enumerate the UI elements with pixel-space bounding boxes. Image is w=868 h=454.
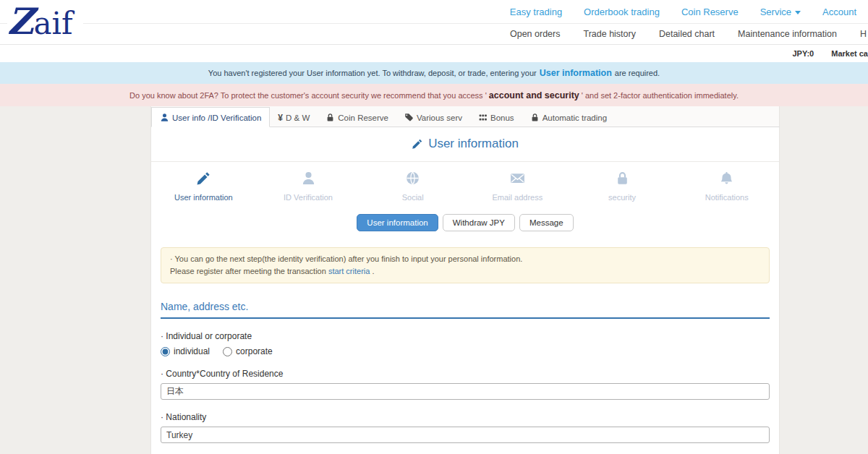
next-step-notice: · You can go the next step(the identity … [161,247,770,283]
jpy-balance: JPY:0 [792,49,814,58]
message-pill[interactable]: Message [519,214,574,231]
tab-automatic-trading[interactable]: Automatic trading [522,108,616,127]
tab-bonus[interactable]: Bonus [470,108,522,127]
nav-service[interactable]: Service [760,7,801,17]
country-label: · Country*Country of Residence [161,369,770,379]
withdraw-jpy-pill[interactable]: Withdraw JPY [443,214,515,231]
zaif-logo[interactable]: Zaif [7,1,83,44]
tab-coin-reserve[interactable]: Coin Reserve [318,108,396,127]
lock-icon [530,113,540,122]
section-title: Name, address etc. [161,301,770,319]
tab-various-services[interactable]: Various serv [396,108,470,127]
info-notice-bar: You haven't registered your User informa… [0,62,868,84]
step-id-verification[interactable]: ID Verification [256,171,361,202]
header: Zaif Easy trading Orderbook trading Coin… [0,0,868,62]
nav-coin-reserve[interactable]: Coin Reserve [681,7,739,17]
nav-help[interactable]: H [860,29,867,39]
warn-notice-text: Do you know about 2FA? To protect the cu… [129,91,487,100]
content-panel: User information User information ID Ver… [150,127,780,454]
step-user-information[interactable]: User information [151,171,256,202]
entity-type-radio-group: individual corporate [161,346,770,356]
market-cap-label: Market ca [831,49,868,58]
country-input[interactable] [161,383,770,400]
yen-icon: ¥ [278,113,283,122]
nav-detailed-chart[interactable]: Detailed chart [659,29,715,39]
nav-orderbook-trading[interactable]: Orderbook trading [584,7,660,17]
sub-nav-pills: User information Withdraw JPY Message [151,214,779,231]
account-security-link[interactable]: account and security [489,90,579,100]
pencil-icon [196,171,211,186]
logo-letter: Z [7,0,34,43]
caret-down-icon [795,11,801,14]
start-criteria-link[interactable]: start criteria [328,267,370,275]
individual-radio-option[interactable]: individual [161,346,210,356]
warn-notice-text-after: ' and set 2-factor authentication immedi… [582,91,739,100]
nationality-input[interactable] [161,427,770,443]
tab-user-info-id-verification[interactable]: User info /ID Verification [151,107,270,127]
notice-line1: · You can go the next step(the identity … [170,253,760,265]
step-social[interactable]: Social [360,171,465,202]
info-notice-text: You haven't registered your User informa… [208,69,537,77]
ticker-bar: JPY:0 Market ca [0,45,868,62]
nav-account[interactable]: Account [822,7,856,17]
info-notice-text-after: are required. [615,69,660,77]
logo-rest: aif [34,6,73,41]
progress-steps: User information ID Verification Social … [151,162,779,205]
nav-maintenance-information[interactable]: Maintenance information [738,29,837,39]
step-security[interactable]: security [570,171,675,202]
envelope-icon [510,171,525,186]
user-information-link[interactable]: User information [540,68,612,78]
corporate-radio[interactable] [223,347,232,356]
warning-notice-bar: Do you know about 2FA? To protect the cu… [0,84,868,106]
individual-or-corporate-label: · Individual or corporate [161,331,770,341]
tab-deposit-withdraw[interactable]: ¥ D & W [270,109,318,127]
bell-icon [719,171,734,186]
individual-radio[interactable] [161,347,170,356]
nav-open-orders[interactable]: Open orders [510,29,560,39]
primary-nav: Easy trading Orderbook trading Coin Rese… [0,0,868,24]
tags-icon [404,113,414,122]
main-area: User info /ID Verification ¥ D & W Coin … [0,106,868,454]
globe-icon [405,171,420,186]
user-icon [301,171,316,186]
pencil-icon [412,138,423,150]
nav-easy-trading[interactable]: Easy trading [510,7,562,17]
secondary-nav: Open orders Trade history Detailed chart… [0,24,868,45]
corporate-radio-option[interactable]: corporate [223,346,273,356]
step-email-address[interactable]: Email address [465,171,570,202]
user-info-form: · Individual or corporate individual cor… [161,331,770,454]
lock-icon [615,171,630,186]
grid-icon [478,113,488,122]
page-title: User information [412,137,519,151]
tab-bar: User info /ID Verification ¥ D & W Coin … [150,106,780,127]
nav-trade-history[interactable]: Trade history [583,29,635,39]
lock-icon [326,113,335,122]
nationality-label: · Nationality [161,412,770,422]
step-notifications[interactable]: Notifications [674,171,779,202]
user-information-pill[interactable]: User information [357,214,438,231]
user-icon [160,113,169,122]
page-title-bar: User information [151,127,779,162]
notice-line2: Please register after meeting the transa… [170,265,760,278]
